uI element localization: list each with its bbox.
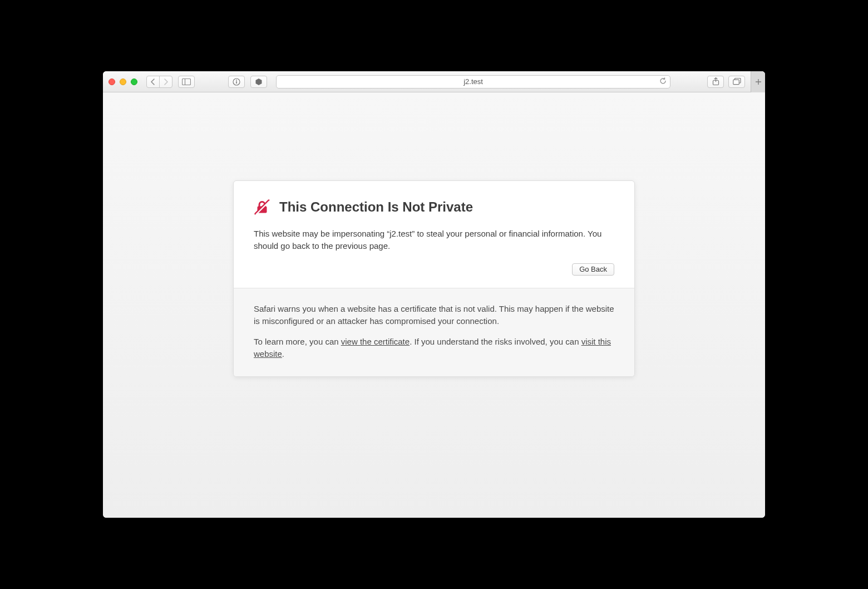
address-text: j2.test: [463, 77, 483, 86]
ssl-warning-panel: This Connection Is Not Private This webs…: [233, 180, 635, 377]
window-maximize-button[interactable]: [131, 78, 137, 85]
sidebar-toggle-button[interactable]: [178, 76, 195, 88]
site-info-button[interactable]: [228, 76, 245, 88]
warning-description: This website may be impersonating “j2.te…: [254, 228, 614, 252]
tabs-overview-button[interactable]: [728, 76, 745, 88]
svg-point-3: [236, 80, 237, 81]
nav-forward-button[interactable]: [159, 76, 172, 88]
svg-rect-4: [236, 81, 237, 84]
nav-back-button[interactable]: [146, 76, 160, 88]
window-minimize-button[interactable]: [120, 78, 126, 85]
go-back-button[interactable]: Go Back: [572, 263, 614, 276]
window-controls: [108, 78, 137, 85]
new-tab-button[interactable]: [751, 71, 765, 92]
details-explanation: Safari warns you when a website has a ce…: [254, 303, 614, 328]
safari-window: j2.test: [103, 71, 765, 518]
address-bar[interactable]: j2.test: [276, 75, 670, 89]
warning-title: This Connection Is Not Private: [279, 199, 473, 215]
warning-lock-icon: [254, 199, 270, 215]
view-certificate-link[interactable]: view the certificate: [341, 337, 410, 346]
svg-rect-0: [183, 78, 191, 85]
share-button[interactable]: [707, 76, 724, 88]
reload-icon[interactable]: [659, 77, 667, 86]
nav-back-forward: [146, 76, 172, 88]
svg-rect-8: [733, 80, 739, 85]
browser-toolbar: j2.test: [103, 71, 765, 92]
page-content: This Connection Is Not Private This webs…: [103, 92, 765, 518]
details-learn-more: To learn more, you can view the certific…: [254, 336, 614, 361]
warning-details: Safari warns you when a website has a ce…: [234, 288, 634, 376]
window-close-button[interactable]: [108, 78, 115, 85]
extension-button[interactable]: [250, 76, 267, 88]
